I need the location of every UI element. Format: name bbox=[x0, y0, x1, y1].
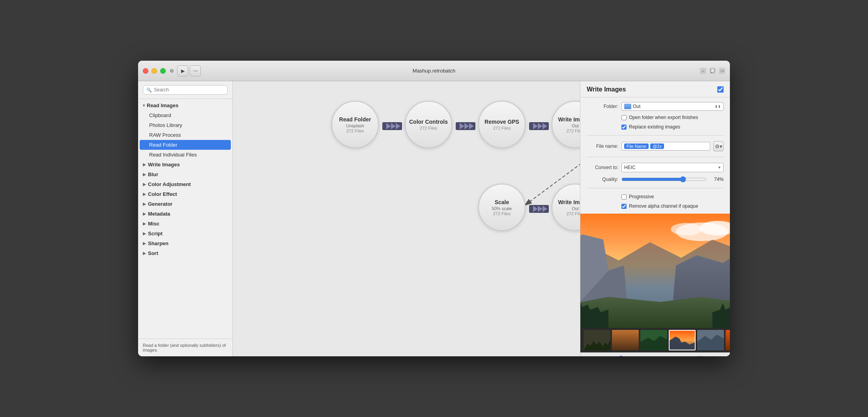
chevron-generator: ▶ bbox=[143, 202, 146, 206]
thumbnail-5[interactable] bbox=[697, 330, 724, 350]
sidebar-item-raw-process[interactable]: RAW Process bbox=[138, 130, 232, 140]
sidebar-item-clipboard[interactable]: Clipboard bbox=[138, 110, 232, 120]
svg-rect-31 bbox=[612, 330, 639, 350]
sidebar-group-write-images: ▶ Write Images bbox=[138, 160, 232, 169]
panel-enabled-checkbox[interactable] bbox=[717, 86, 724, 93]
search-input-wrap[interactable]: 🔍 bbox=[143, 85, 228, 95]
thumbnail-3[interactable] bbox=[640, 330, 667, 350]
remove-alpha-checkbox[interactable] bbox=[621, 204, 627, 209]
main-content: 🔍 ▾ Read Images Clipboard Photos Library… bbox=[138, 81, 730, 356]
file-name-tags[interactable]: File Name @2x bbox=[621, 142, 710, 151]
arrow-3 bbox=[529, 120, 549, 132]
sidebar-item-read-folder[interactable]: Read Folder bbox=[140, 140, 231, 150]
preview-footer: 15% ⊞ 🖼 ℹ ? bbox=[580, 352, 730, 356]
help-icon[interactable]: ? bbox=[717, 354, 726, 357]
divider-2 bbox=[587, 157, 724, 157]
sidebar-toggle-btn[interactable]: ▭ bbox=[719, 68, 725, 74]
thumbnail-4[interactable] bbox=[669, 330, 696, 350]
thumbnail-2[interactable] bbox=[612, 330, 639, 350]
sidebar-group-header-sharpen[interactable]: ▶ Sharpen bbox=[138, 238, 232, 248]
thumbnail-6[interactable] bbox=[726, 330, 730, 350]
open-folder-checkbox[interactable] bbox=[621, 115, 627, 120]
sidebar-group-label-generator: Generator bbox=[148, 201, 172, 207]
node-color-controls[interactable]: Color Controls 272 Files bbox=[405, 101, 452, 148]
fit-icon[interactable]: ⊞ bbox=[595, 354, 604, 357]
file-name-row: File name: File Name @2x ⚙▾ bbox=[587, 141, 724, 151]
sidebar-group-header-metadata[interactable]: ▶ Metadata bbox=[138, 209, 232, 219]
sidebar-group-header-script[interactable]: ▶ Script bbox=[138, 229, 232, 238]
node-count-write-images-bottom: 272 Files bbox=[567, 211, 580, 216]
panel-title: Write Images bbox=[587, 86, 717, 93]
node-write-images-bottom[interactable]: Write Images Out 272 Files bbox=[552, 184, 580, 231]
folder-value: Out bbox=[633, 104, 640, 109]
canvas-inner: Read Folder Unsplash 272 Files bbox=[233, 81, 580, 356]
chevron-color-adjustment: ▶ bbox=[143, 182, 146, 186]
sidebar-group-label-sort: Sort bbox=[148, 250, 158, 256]
sidebar-group-metadata: ▶ Metadata bbox=[138, 209, 232, 219]
chevron-svg-3 bbox=[529, 121, 549, 132]
chevron-svg-4 bbox=[529, 203, 549, 214]
sidebar-group-header-write-images[interactable]: ▶ Write Images bbox=[138, 160, 232, 169]
forward-button[interactable]: ⤳ bbox=[190, 65, 201, 76]
info-icon[interactable]: ℹ bbox=[706, 354, 715, 357]
progressive-row: Progressive bbox=[621, 194, 724, 199]
sidebar-group-header-blur[interactable]: ▶ Blur bbox=[138, 169, 232, 179]
folder-select[interactable]: Out ⬆⬇ bbox=[621, 102, 724, 111]
sidebar-group-label-read-images: Read Images bbox=[147, 102, 178, 108]
close-button[interactable] bbox=[143, 68, 148, 74]
chevron-color-effect: ▶ bbox=[143, 192, 146, 196]
sidebar-description: Read a folder (and optionally subfolders… bbox=[138, 339, 232, 356]
sidebar-group-header-color-effect[interactable]: ▶ Color Effect bbox=[138, 189, 232, 199]
yosemite-svg bbox=[580, 214, 730, 328]
arrow-1 bbox=[382, 120, 402, 132]
titlebar-controls: ⌕ 💬 ▭ bbox=[700, 68, 725, 74]
node-remove-gps[interactable]: Remove GPS 272 Files bbox=[478, 101, 526, 148]
sidebar-group-header-misc[interactable]: ▶ Misc bbox=[138, 219, 232, 229]
photo-icon[interactable]: 🖼 bbox=[695, 354, 704, 357]
convert-select[interactable]: HEIC JPEG PNG TIFF bbox=[621, 163, 724, 172]
sidebar-scroll: ▾ Read Images Clipboard Photos Library R… bbox=[138, 99, 232, 339]
play-button[interactable]: ▶ bbox=[177, 65, 188, 76]
search-input[interactable] bbox=[154, 87, 224, 93]
sidebar-group-label-blur: Blur bbox=[148, 171, 158, 177]
arrow-4 bbox=[529, 203, 549, 215]
sidebar-group-header-color-adjustment[interactable]: ▶ Color Adjustment bbox=[138, 179, 232, 189]
thumbnail-1[interactable] bbox=[584, 330, 610, 350]
node-sub-read-folder: Unsplash bbox=[346, 123, 364, 128]
sidebar-item-read-individual-files[interactable]: Read Individual Files bbox=[138, 150, 232, 160]
remove-alpha-row: Remove alpha channel if opaque bbox=[621, 203, 724, 209]
node-name-write-images-top: Write Images bbox=[558, 116, 580, 123]
sidebar-group-label-sharpen: Sharpen bbox=[148, 240, 168, 246]
convert-label: Convert to: bbox=[587, 165, 618, 170]
replace-images-checkbox[interactable] bbox=[621, 125, 627, 130]
quality-value: 74% bbox=[710, 177, 724, 182]
sidebar-group-header-generator[interactable]: ▶ Generator bbox=[138, 199, 232, 209]
sidebar-group-label-metadata: Metadata bbox=[148, 211, 170, 217]
zoom-slider[interactable] bbox=[606, 356, 693, 357]
traffic-lights bbox=[143, 68, 166, 74]
sidebar-group-script: ▶ Script bbox=[138, 229, 232, 238]
node-name-read-folder: Read Folder bbox=[339, 116, 371, 123]
sidebar-group-read-images: ▾ Read Images Clipboard Photos Library R… bbox=[138, 101, 232, 160]
folder-icon bbox=[624, 104, 631, 109]
main-window: ⚙ ▶ ⤳ Mashup.retrobatch ⌕ 💬 ▭ 🔍 ▾ bbox=[138, 61, 730, 356]
node-write-images-top[interactable]: Write Images Out 272 Files bbox=[552, 101, 580, 148]
sidebar-group-header-read-images[interactable]: ▾ Read Images bbox=[138, 101, 232, 110]
folder-stepper[interactable]: ⬆⬇ bbox=[715, 104, 721, 109]
node-name-scale: Scale bbox=[495, 199, 509, 205]
node-scale[interactable]: Scale 50% scale 272 Files bbox=[478, 184, 526, 231]
gear-button[interactable]: ⚙▾ bbox=[713, 141, 724, 151]
node-read-folder[interactable]: Read Folder Unsplash 272 Files bbox=[331, 101, 379, 148]
progressive-checkbox[interactable] bbox=[621, 194, 627, 199]
quality-slider[interactable] bbox=[621, 176, 707, 182]
sidebar-group-generator: ▶ Generator bbox=[138, 199, 232, 209]
minimize-button[interactable] bbox=[152, 68, 157, 74]
node-count-color-controls: 272 Files bbox=[420, 126, 438, 130]
node-count-write-images-top: 272 Files bbox=[567, 128, 580, 133]
sidebar-group-header-sort[interactable]: ▶ Sort bbox=[138, 248, 232, 258]
chat-titlebar-btn[interactable]: 💬 bbox=[709, 68, 716, 74]
maximize-button[interactable] bbox=[160, 68, 166, 74]
search-titlebar-btn[interactable]: ⌕ bbox=[700, 68, 706, 74]
sidebar-item-photos-library[interactable]: Photos Library bbox=[138, 120, 232, 130]
canvas-area[interactable]: Read Folder Unsplash 272 Files bbox=[233, 81, 580, 356]
